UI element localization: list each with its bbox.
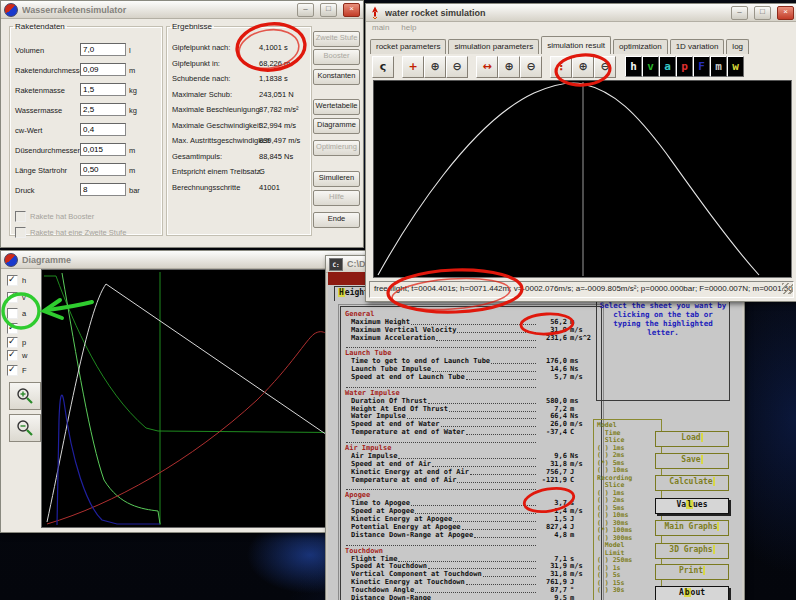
- vertical-scale-icon[interactable]: ⋮: [550, 56, 572, 78]
- zoom-out-button[interactable]: [9, 414, 41, 442]
- menubar: mainhelp: [366, 21, 796, 34]
- action-button[interactable]: Zweite Stufe: [313, 31, 360, 47]
- menu-item[interactable]: help: [401, 23, 416, 32]
- button-hotkey: [717, 522, 719, 531]
- tab[interactable]: log: [726, 39, 749, 54]
- checkbox-label: w: [22, 351, 27, 360]
- tab[interactable]: optimization: [613, 39, 668, 54]
- action-button[interactable]: Optimierung: [313, 140, 360, 156]
- p-curve-button[interactable]: p: [676, 56, 693, 77]
- dos-console-window: C: C:\DOK Height General Maximum Height …: [325, 255, 745, 600]
- zoom-in-button[interactable]: [9, 382, 41, 410]
- tab-hotkey: H: [338, 288, 345, 297]
- console-screen: General Maximum Height 56,2 m Maximum Ve…: [328, 301, 742, 600]
- ms-dos-icon: C:: [329, 258, 343, 271]
- checkbox-icon: [7, 323, 18, 334]
- a-curve-button[interactable]: a: [659, 56, 676, 77]
- tab[interactable]: rocket parameters: [370, 39, 446, 54]
- button-hotkey: [713, 477, 715, 486]
- tab[interactable]: simulation result: [541, 36, 611, 54]
- checkbox-w[interactable]: w: [7, 350, 27, 361]
- button-hotkey: [713, 545, 715, 554]
- tab-bar: rocket parameterssimulation parameterssi…: [370, 34, 793, 54]
- button-hotkey: [701, 433, 703, 442]
- tab[interactable]: 1D variation: [670, 39, 725, 54]
- console-button[interactable]: Values: [655, 498, 729, 514]
- console-button[interactable]: About: [655, 586, 729, 600]
- rocket-icon: [369, 6, 381, 19]
- action-button[interactable]: Diagramme: [313, 118, 360, 134]
- checkbox-label: p: [22, 338, 26, 347]
- water-rocket-simulation-window: water rocket simulation – □ × mainhelp r…: [365, 3, 796, 302]
- button-hotkey: [701, 455, 703, 464]
- desktop: Wasserraketensimulator – □ × Raketendate…: [0, 0, 796, 600]
- maximize-button[interactable]: □: [754, 6, 771, 20]
- action-button[interactable]: Wertetabelle: [313, 99, 360, 115]
- console-button[interactable]: Main Graphs: [655, 520, 729, 536]
- checkbox-icon: [7, 292, 18, 303]
- checkbox-icon: [7, 365, 18, 376]
- titlebar[interactable]: water rocket simulation – □ ×: [366, 4, 796, 22]
- checkbox-label: v: [22, 293, 26, 302]
- button-hotkey: b: [684, 588, 691, 597]
- menu-item[interactable]: main: [372, 23, 389, 32]
- checkbox-label: a: [22, 309, 26, 318]
- trajectory-plot: [373, 80, 792, 278]
- move-icon[interactable]: +: [402, 56, 424, 78]
- action-button[interactable]: Simulieren: [313, 171, 360, 187]
- console-button[interactable]: Save: [655, 453, 729, 469]
- action-button[interactable]: Ende: [313, 212, 360, 228]
- checkbox-label: h: [22, 276, 26, 285]
- action-button[interactable]: Konstanten: [313, 69, 360, 85]
- zoom-in-icon[interactable]: ⊕: [424, 56, 446, 78]
- checkbox-h[interactable]: h: [7, 275, 26, 286]
- window-title: water rocket simulation: [385, 8, 725, 18]
- v-curve-button[interactable]: v: [642, 56, 659, 77]
- w-curve-button[interactable]: w: [727, 56, 744, 77]
- console-button[interactable]: 3D Graphs: [655, 543, 729, 559]
- m-curve-button[interactable]: m: [710, 56, 727, 77]
- checkbox-icon: [7, 337, 18, 348]
- action-button[interactable]: Hilfe: [313, 190, 360, 206]
- minimize-button[interactable]: –: [731, 6, 748, 20]
- zoom-out-icon[interactable]: ⊖: [446, 56, 468, 78]
- toolbar: ς+⊕⊖↔⊕⊖⋮⊕⊖ hvapFmw: [372, 55, 791, 78]
- checkbox-v[interactable]: v: [7, 292, 26, 303]
- h-curve-button[interactable]: h: [625, 56, 642, 77]
- checkbox-hidden[interactable]: [7, 323, 22, 334]
- tab[interactable]: simulation parameters: [448, 39, 539, 54]
- action-button[interactable]: Booster: [313, 49, 360, 65]
- button-hotkey: l: [686, 500, 693, 509]
- checkbox-icon: [7, 350, 18, 361]
- console-button[interactable]: Load: [655, 431, 729, 447]
- checkbox-icon: [7, 308, 18, 319]
- zoom-in-icon[interactable]: ⊕: [498, 56, 520, 78]
- checkbox-a[interactable]: a: [7, 308, 26, 319]
- resize-grip[interactable]: [782, 283, 793, 294]
- zoom-in-icon[interactable]: ⊕: [572, 56, 594, 78]
- wasserraketensimulator-window: Wasserraketensimulator – □ × Raketendate…: [0, 0, 364, 248]
- F-curve-button[interactable]: F: [693, 56, 710, 77]
- zoom-out-icon: [16, 419, 34, 437]
- console-button[interactable]: Print: [655, 564, 729, 580]
- zoom-out-icon[interactable]: ⊖: [520, 56, 542, 78]
- status-bar: free flight; t=0004.401s; h=0071.442m; v…: [369, 281, 794, 298]
- horizontal-scale-icon[interactable]: ↔: [476, 56, 498, 78]
- button-hotkey: [703, 566, 705, 575]
- checkbox-label: F: [22, 366, 27, 375]
- zoom-in-icon: [16, 387, 34, 405]
- checkbox-p[interactable]: p: [7, 337, 26, 348]
- console-button[interactable]: Calculate: [655, 475, 729, 491]
- trajectory-curve: [374, 81, 791, 277]
- zoom-out-icon[interactable]: ⊖: [594, 56, 616, 78]
- close-button[interactable]: ×: [777, 6, 794, 20]
- checkbox-icon: [7, 275, 18, 286]
- rocket-tool-icon[interactable]: ς: [372, 56, 394, 78]
- checkbox-F[interactable]: F: [7, 365, 27, 376]
